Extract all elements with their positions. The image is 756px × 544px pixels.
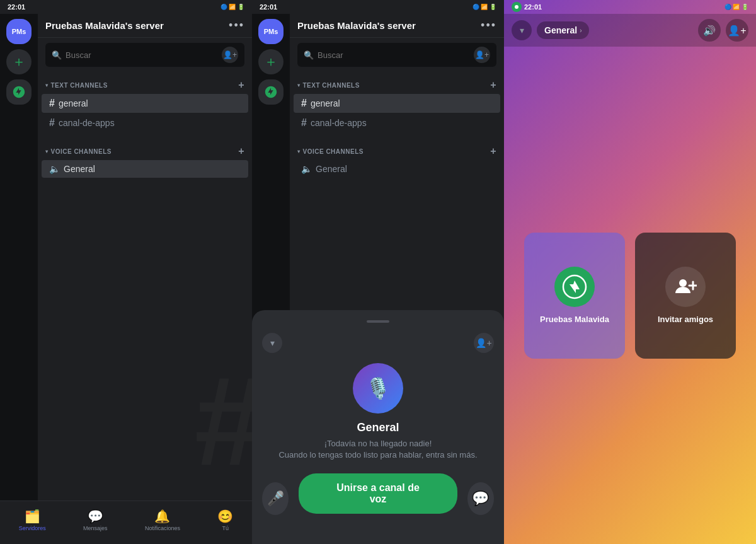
hash-icon-1: #: [49, 98, 55, 109]
nav-label-messages-1: Mensajes: [83, 525, 108, 531]
panel-1: 22:01 🔵 📶 🔋 PMs ＋ Pruebas Malavida's ser…: [0, 0, 252, 544]
chevron-icon-2: ▾: [297, 83, 301, 88]
channel-name-general-1: general: [59, 98, 88, 108]
voice-general-2[interactable]: 🔈 General: [294, 160, 500, 178]
voice-channels-header-2[interactable]: ▾ VOICE CHANNELS +: [290, 143, 504, 159]
sidebar-server-2[interactable]: [258, 79, 284, 105]
voice-mic-btn[interactable]: 🎤: [262, 482, 289, 515]
p3-server-card[interactable]: Pruebas Malavida: [524, 233, 625, 359]
status-bar-2: 22:01 🔵 📶 🔋: [252, 0, 504, 14]
add-voice-channel-1[interactable]: +: [238, 146, 244, 157]
text-channels-section-1: ▾ TEXT CHANNELS + # general # canal-de-a…: [38, 72, 252, 138]
panel-2: 22:01 🔵 📶 🔋 PMs ＋ Pr: [252, 0, 504, 544]
nav-label-profile-1: Tú: [222, 525, 229, 531]
text-channels-header-1[interactable]: ▾ TEXT CHANNELS +: [38, 77, 252, 93]
server-header-1[interactable]: Pruebas Malavida's server •••: [38, 14, 252, 38]
voice-channels-header-1[interactable]: ▾ VOICE CHANNELS +: [38, 143, 252, 159]
hash-icon-4: #: [301, 117, 307, 129]
text-channels-label-1: TEXT CHANNELS: [51, 82, 108, 89]
hash-icon-2: #: [49, 117, 55, 129]
chevron-icon-1: ▾: [45, 83, 49, 88]
voice-channels-section-2: ▾ VOICE CHANNELS + 🔈 General: [290, 138, 504, 183]
popup-handle: [367, 320, 389, 323]
status-bar-1: 22:01 🔵 📶 🔋: [0, 0, 252, 14]
join-voice-button[interactable]: Unirse a canal de voz: [299, 473, 457, 514]
sidebar-add[interactable]: ＋: [6, 49, 32, 74]
channel-general-1[interactable]: # general: [42, 94, 248, 113]
search-icon-1: 🔍: [52, 50, 62, 60]
voice-avatar: [353, 363, 403, 414]
add-voice-channel-2[interactable]: +: [490, 146, 496, 157]
server-header-2[interactable]: Pruebas Malavida's server •••: [290, 14, 504, 38]
voice-channel-title: General: [357, 421, 399, 434]
channel-canal-de-apps-1[interactable]: # canal-de-apps: [42, 113, 248, 132]
status-bar-3: 22:01 🔵 📶 🔋: [504, 0, 756, 14]
nav-messages-1[interactable]: 💬 Mensajes: [78, 506, 113, 534]
sidebar-pms-2[interactable]: PMs: [258, 19, 284, 44]
hash-icon-3: #: [301, 98, 307, 109]
text-channels-label-2: TEXT CHANNELS: [303, 82, 360, 89]
search-input-1[interactable]: [66, 50, 218, 60]
add-user-icon-1[interactable]: 👤+: [222, 47, 238, 63]
server-name-1: Pruebas Malavida's server: [45, 20, 224, 31]
time-2: 22:01: [260, 3, 277, 11]
sidebar-1: PMs ＋: [0, 14, 38, 501]
status-icons-1: 🔵 📶 🔋: [220, 4, 244, 10]
search-bar-2[interactable]: 🔍 👤+: [297, 43, 496, 67]
p3-invite-card[interactable]: Invitar amigos: [635, 233, 736, 359]
p3-chevron-icon: ›: [580, 27, 581, 34]
popup-add-user-button[interactable]: 👤+: [474, 333, 494, 353]
p3-add-member-button[interactable]: 👤+: [726, 19, 748, 42]
channel-name-canal-1: canal-de-apps: [59, 118, 115, 128]
sidebar-pms[interactable]: PMs: [6, 19, 32, 44]
notifications-icon-1: 🔔: [154, 509, 170, 524]
sidebar-server[interactable]: [6, 79, 32, 105]
status-icons-3: 🔵 📶 🔋: [724, 4, 748, 10]
voice-channels-section-1: ▾ VOICE CHANNELS + 🔈 General: [38, 138, 252, 183]
p3-server-icon: [554, 267, 595, 307]
nav-notifications-1[interactable]: 🔔 Notificaciones: [140, 506, 185, 534]
nav-label-servers-1: Servidores: [19, 525, 46, 531]
header-dots-1[interactable]: •••: [229, 19, 244, 32]
panel-3: 22:01 🔵 📶 🔋 ▾ General › 🔊 👤+: [504, 0, 756, 544]
svg-point-1: [679, 279, 687, 287]
messages-icon-1: 💬: [88, 509, 103, 524]
text-channels-header-2[interactable]: ▾ TEXT CHANNELS +: [290, 77, 504, 93]
live-indicator: [512, 2, 522, 12]
p3-cards: Pruebas Malavida Invitar amigos: [524, 233, 736, 359]
servers-icon-1: 🗂️: [25, 509, 40, 524]
voice-general-1[interactable]: 🔈 General: [42, 160, 248, 178]
channel-list-1: Pruebas Malavida's server ••• 🔍 👤+ ▾ TEX…: [38, 14, 252, 501]
p3-channel-name: General: [544, 25, 577, 35]
add-text-channel-2[interactable]: +: [490, 79, 496, 91]
p3-channel-pill[interactable]: General ›: [537, 21, 589, 39]
popup-down-button[interactable]: ▾: [262, 333, 282, 353]
speaker-icon-1: 🔈: [49, 164, 60, 174]
status-icons-2: 🔵 📶 🔋: [472, 4, 496, 10]
profile-icon-1: 😊: [217, 509, 233, 524]
popup-header: ▾ 👤+: [262, 333, 494, 353]
p3-main: Pruebas Malavida Invitar amigos: [504, 47, 756, 544]
voice-chat-btn[interactable]: 💬: [467, 482, 494, 515]
search-bar-1[interactable]: 🔍 👤+: [45, 43, 244, 67]
voice-channels-label-2: VOICE CHANNELS: [303, 148, 364, 155]
nav-servers-1[interactable]: 🗂️ Servidores: [14, 506, 51, 534]
header-dots-2[interactable]: •••: [481, 19, 496, 32]
voice-channel-name-2: General: [316, 164, 347, 174]
add-user-icon-2[interactable]: 👤+: [474, 47, 490, 63]
channel-name-general-2: general: [311, 98, 340, 108]
sidebar-add-2[interactable]: ＋: [258, 49, 284, 74]
p3-back-button[interactable]: ▾: [512, 20, 532, 40]
channel-canal-de-apps-2[interactable]: # canal-de-apps: [294, 113, 500, 132]
nav-label-notif-1: Notificaciones: [145, 525, 180, 531]
server-name-2: Pruebas Malavida's server: [297, 20, 476, 31]
nav-profile-1[interactable]: 😊 Tú: [212, 506, 238, 534]
channel-general-2[interactable]: # general: [294, 94, 500, 113]
p3-invite-label: Invitar amigos: [658, 315, 713, 324]
voice-channel-name-1: General: [64, 164, 95, 174]
chevron-icon-v2: ▾: [297, 149, 301, 154]
p3-speaker-button[interactable]: 🔊: [698, 19, 721, 42]
search-input-2[interactable]: [318, 50, 470, 60]
add-text-channel-1[interactable]: +: [238, 79, 244, 91]
voice-channel-description: ¡Todavía no ha llegado nadie!Cuando lo t…: [278, 438, 477, 461]
